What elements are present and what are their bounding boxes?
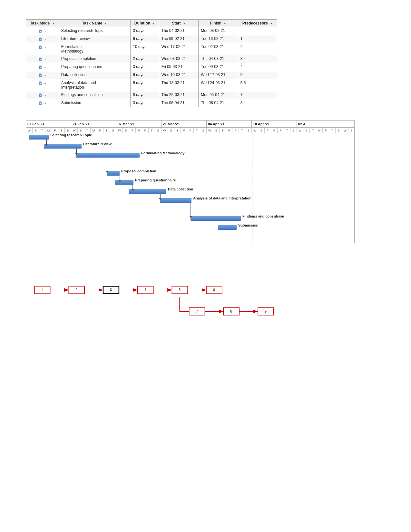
gantt-arrowhead — [189, 216, 192, 218]
month-apr4: 04 Apr '21 — [207, 121, 252, 127]
task-icon: 🖹→ — [38, 101, 47, 106]
gantt-connector — [132, 185, 133, 189]
start-cell: Tue 06-04-21 — [159, 99, 198, 107]
svg-text:1: 1 — [41, 288, 43, 292]
month-apr18: 18 Apr '21 — [252, 121, 297, 127]
day-label: S — [303, 128, 310, 133]
task-mode-cell: 🖹→ — [26, 35, 59, 43]
finish-cell: Wed 17-03-21 — [199, 71, 238, 79]
gantt-connector — [191, 203, 191, 216]
day-label: S — [213, 128, 220, 133]
task-mode-cell: 🖹→ — [26, 63, 59, 71]
col-header-finish[interactable]: Finish ▼ — [199, 20, 238, 27]
task-icon: 🖹→ — [38, 44, 47, 50]
finish-cell: Tue 09-03-21 — [199, 63, 238, 71]
day-label: T — [149, 128, 155, 133]
start-cell: Wed 10-03-21 — [159, 71, 198, 79]
pred-cell: 5,6 — [238, 79, 277, 91]
gantt-bar-label: Findings and consulsion — [242, 212, 284, 221]
pred-cell: 3 — [238, 55, 277, 63]
day-label: T — [174, 128, 181, 133]
gantt-arrowhead — [131, 189, 134, 191]
month-feb21: 21 Feb '21 — [71, 121, 116, 127]
pred-cell: 1 — [238, 35, 277, 43]
svg-text:9: 9 — [265, 309, 267, 313]
task-name-cell: Preparing questionnaire — [59, 63, 131, 71]
table-row: 🖹→ Analysis of data andInterpretation 5 … — [26, 79, 277, 91]
day-label: T — [239, 128, 245, 133]
task-mode-cell: 🖹→ — [26, 55, 59, 63]
table-row: 🖹→ Literature review 6 days Tue 09-02-21… — [26, 35, 277, 43]
gantt-arrowhead — [105, 171, 109, 173]
day-label: T — [129, 128, 136, 133]
table-row: 🖹→ Submission 3 days Tue 06-04-21 Thu 08… — [26, 99, 277, 107]
sort-arrow-start: ▼ — [183, 22, 186, 25]
gantt-bar — [107, 171, 120, 176]
start-cell: Tue 09-02-21 — [159, 35, 198, 43]
gantt-table: Task Mode ▼ Task Name ▼ Duration ▼ Start… — [26, 19, 277, 107]
task-mode-cell: 🖹→ — [26, 43, 59, 55]
gantt-bar — [115, 180, 133, 185]
start-cell: Thu 18-03-21 — [159, 79, 198, 91]
col-header-task-name[interactable]: Task Name ▼ — [59, 20, 131, 27]
day-label: W — [342, 128, 348, 133]
day-label: F — [323, 128, 329, 133]
pred-cell: 4 — [238, 63, 277, 71]
task-table-section: Task Mode ▼ Task Name ▼ Duration ▼ Start… — [26, 19, 385, 107]
gantt-body: Selecting research TopicLiterature revie… — [26, 133, 354, 243]
day-label: M — [226, 128, 232, 133]
sort-arrow-duration: ▼ — [152, 22, 155, 25]
day-label: W — [252, 128, 258, 133]
duration-cell: 6 days — [131, 35, 159, 43]
start-cell: Thu 25-03-21 — [159, 91, 198, 99]
duration-cell: 3 days — [131, 63, 159, 71]
svg-text:3: 3 — [110, 288, 112, 292]
gantt-bar-label: Data collection — [168, 185, 193, 194]
col-header-predecessors[interactable]: Predecessors ▼ — [238, 20, 277, 27]
day-label: S — [33, 128, 39, 133]
col-header-duration[interactable]: Duration ▼ — [131, 20, 159, 27]
gantt-connector — [46, 140, 47, 144]
day-label: S — [168, 128, 174, 133]
day-label: M — [271, 128, 278, 133]
duration-cell: 6 days — [131, 71, 159, 79]
gantt-chart-section: 07 Feb '21 21 Feb '21 07 Mar '21 21 Mar … — [26, 120, 355, 243]
gantt-connector — [160, 194, 161, 198]
day-label: T — [284, 128, 290, 133]
month-mar7: 07 Mar '21 — [116, 121, 161, 127]
network-svg: 1 2 3 4 5 6 7 8 9 — [26, 259, 284, 330]
gantt-arrowhead — [75, 153, 78, 155]
day-label: S — [348, 128, 355, 133]
day-label: T — [265, 128, 271, 133]
day-label: S — [155, 128, 161, 133]
today-line — [252, 133, 252, 243]
day-label: T — [39, 128, 45, 133]
finish-cell: Thu 04-03-21 — [199, 55, 238, 63]
day-label: S — [200, 128, 207, 133]
table-row: 🖹→ Findings and consulsion 8 days Thu 25… — [26, 91, 277, 99]
month-apr-end: 02 A — [297, 121, 323, 127]
gantt-bar-label: Formulating Methodalogy — [141, 149, 184, 158]
duration-cell: 3 days — [131, 99, 159, 107]
day-label: S — [123, 128, 129, 133]
finish-cell: Tue 16-02-21 — [199, 35, 238, 43]
start-cell: Fri 05-03-21 — [159, 63, 198, 71]
task-name-cell: Data collection — [59, 71, 131, 79]
day-label: S — [336, 128, 342, 133]
gantt-bar-label: Selecting research Topic — [50, 131, 92, 140]
sort-arrow-pred: ▼ — [270, 22, 273, 25]
table-header-row: Task Mode ▼ Task Name ▼ Duration ▼ Start… — [26, 20, 277, 27]
gantt-bar-label: Proposal completion — [121, 167, 156, 176]
task-mode-cell: 🖹→ — [26, 79, 59, 91]
col-header-start[interactable]: Start ▼ — [159, 20, 198, 27]
gantt-bar-label: Analysis of data and Interpretation — [193, 194, 251, 203]
day-label: T — [220, 128, 226, 133]
task-mode-cell: 🖹→ — [26, 71, 59, 79]
day-label: W — [116, 128, 123, 133]
task-name-cell: Submission — [59, 99, 131, 107]
day-label: F — [142, 128, 149, 133]
col-header-task-mode[interactable]: Task Mode ▼ — [26, 20, 59, 27]
finish-cell: Mon 05-04-21 — [199, 91, 238, 99]
day-label: F — [232, 128, 239, 133]
gantt-bar — [218, 225, 237, 230]
